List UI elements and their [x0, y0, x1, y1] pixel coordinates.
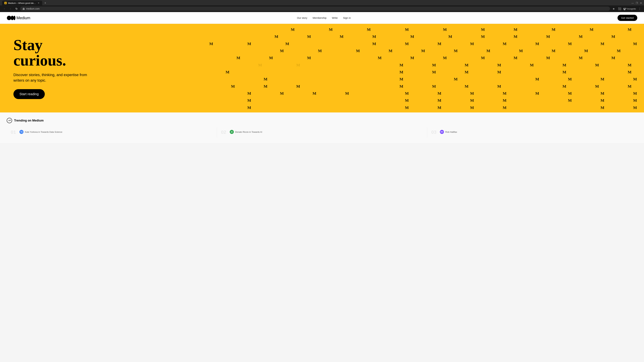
back-button[interactable]: ‹ [2, 6, 7, 11]
menu-button[interactable]: ⋮ [637, 6, 642, 11]
m-letter: M [400, 63, 403, 67]
trending-title-row: Trending on Medium [7, 118, 44, 123]
m-letter: M [497, 63, 501, 67]
nav-write[interactable]: Write [332, 16, 338, 19]
m-letter: M [438, 91, 442, 96]
site-header: Medium Our story Membership Write Sign i… [0, 12, 644, 24]
m-letter: M [503, 98, 507, 103]
forward-button[interactable]: › [8, 6, 13, 11]
m-letter: M [481, 34, 485, 39]
m-letter: M [280, 49, 284, 53]
tai-avatar-icon: AI [230, 130, 234, 134]
m-letter: M [405, 91, 409, 96]
m-letter: M [372, 34, 376, 39]
m-letter: M [514, 27, 518, 32]
author-avatar-3: RH [440, 130, 444, 134]
maximize-button[interactable]: ❐ [636, 2, 638, 4]
minimize-button[interactable]: — [632, 2, 634, 4]
address-bar[interactable]: medium.com [20, 6, 610, 11]
m-letter: M [552, 49, 556, 53]
get-started-button[interactable]: Get started [618, 15, 637, 21]
trending-article-1[interactable]: 01 Td Kate Yurkova in Towards Data [7, 127, 217, 138]
m-letter: M [443, 27, 447, 32]
m-letter: M [612, 34, 615, 39]
m-letter: M [530, 63, 534, 67]
m-letter: M [470, 91, 474, 96]
m-letter: M [247, 98, 251, 103]
m-letter: M [378, 56, 382, 60]
sidebar-button[interactable]: ⬛ [617, 6, 622, 11]
article-author-3: Rob Hallifax [445, 131, 457, 133]
svg-point-2 [14, 16, 16, 20]
m-letter: M [628, 70, 632, 74]
m-letter: M [400, 84, 403, 89]
m-letter: M [600, 77, 604, 81]
m-letter: M [519, 49, 523, 53]
trending-article-2[interactable]: 02 AI Donato Riccio in Towards AI [217, 127, 427, 138]
m-letter: M [269, 56, 273, 60]
m-letter: M [562, 63, 566, 67]
m-letter: M [514, 34, 518, 39]
cursor-area [632, 118, 637, 123]
m-letter: M [432, 70, 436, 74]
active-tab[interactable]: M Medium – Where good ideas f... ✕ [2, 1, 42, 5]
nav-sign-in[interactable]: Sign in [343, 16, 351, 19]
article-meta-1: Td Kate Yurkova in Towards Data Science [20, 130, 213, 135]
bookmark-button[interactable]: ★ [611, 6, 616, 11]
m-letter: M [552, 27, 556, 32]
url-display[interactable]: medium.com [26, 7, 40, 10]
svg-text:Td: Td [20, 131, 22, 133]
window-controls: — ❐ ✕ [632, 2, 642, 4]
close-button[interactable]: ✕ [640, 2, 642, 4]
m-letter: M [329, 27, 333, 32]
tab-title: Medium – Where good ideas f... [8, 2, 36, 4]
m-letter: M [590, 27, 594, 32]
nav-membership[interactable]: Membership [312, 16, 326, 19]
start-reading-button[interactable]: Start reading [14, 89, 45, 99]
hero-section: Stay curious. Discover stories, thinking… [0, 24, 644, 112]
m-letter: M [438, 41, 442, 46]
trending-header: Trending on Medium [7, 118, 637, 123]
m-letter: M [568, 77, 572, 81]
nav-our-story[interactable]: Our story [297, 16, 308, 19]
m-letter: M [400, 70, 403, 74]
m-letter: M [617, 49, 621, 53]
trending-article-3[interactable]: 03 RH Rob Hallifax [427, 127, 637, 138]
m-letter: M [584, 49, 588, 53]
tab-close-button[interactable]: ✕ [37, 2, 40, 4]
m-letter: M [612, 56, 615, 60]
m-letter: M [388, 49, 392, 53]
m-letter: M [247, 91, 251, 96]
hero-subtitle: Discover stories, thinking, and expertis… [14, 72, 87, 83]
m-letter: M [356, 49, 360, 53]
m-letter: M [470, 98, 474, 103]
m-letter: M [296, 63, 300, 67]
m-letter: M [600, 98, 604, 103]
tds-avatar-icon: Td [20, 130, 24, 134]
m-letter: M [546, 56, 550, 60]
logo-text: Medium [16, 15, 30, 20]
article-author-1: Kate Yurkova in Towards Data Science [25, 131, 62, 133]
m-letter: M [546, 34, 550, 39]
hero-m-pattern: MMMMMMMMMMMMMMMMMMMMMMMMMMMMMMMMMMMMMMMM… [100, 24, 644, 112]
hero-title: Stay curious. [14, 37, 97, 68]
logo[interactable]: Medium [7, 15, 30, 20]
browser-toolbar: ‹ › ↻ medium.com ★ ⬛ Incognito ⋮ [0, 5, 644, 12]
tab-bar: M Medium – Where good ideas f... ✕ + — ❐… [0, 0, 644, 5]
m-letter: M [432, 84, 436, 89]
rob-avatar-icon: RH [440, 130, 444, 134]
new-tab-button[interactable]: + [43, 1, 48, 5]
lock-icon [22, 7, 25, 10]
m-letter: M [296, 84, 300, 89]
m-letter: M [307, 34, 311, 39]
refresh-button[interactable]: ↻ [14, 6, 19, 11]
m-letter: M [340, 34, 344, 39]
article-number-2: 02 [221, 130, 227, 135]
m-letter: M [367, 27, 371, 32]
svg-point-1 [11, 16, 14, 20]
m-letter: M [600, 91, 604, 96]
article-author-row-2: AI Donato Riccio in Towards AI [230, 130, 423, 134]
incognito-label: Incognito [627, 7, 636, 10]
m-letter: M [562, 84, 566, 89]
svg-point-0 [7, 16, 11, 20]
